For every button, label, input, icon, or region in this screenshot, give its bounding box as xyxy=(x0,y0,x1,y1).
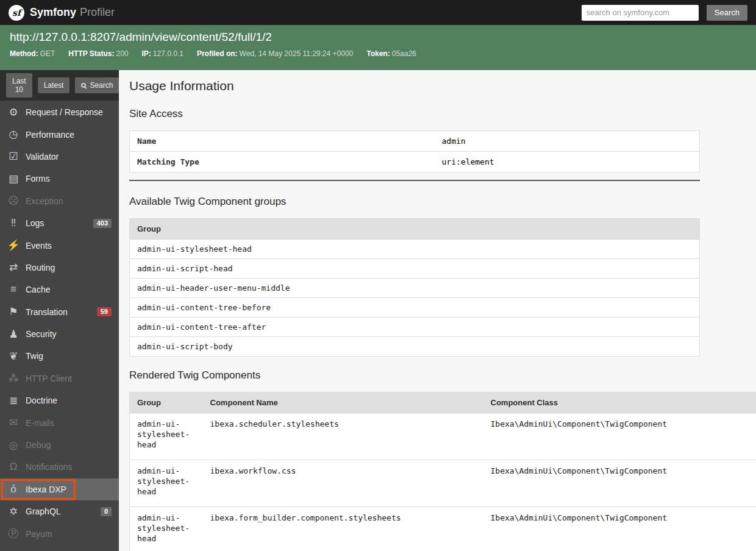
sidebar-item-badge: 59 xyxy=(97,307,112,316)
request-url-link[interactable]: http://127.0.0.1:8207/admin/view/content… xyxy=(10,30,272,44)
group-cell: admin-ui-stylesheet-head xyxy=(130,240,700,259)
sidebar-item-events[interactable]: ⚡ Events xyxy=(0,234,119,256)
meta-label: Profiled on: xyxy=(197,49,238,58)
site-access-heading: Site Access xyxy=(129,108,756,120)
sidebar-toolbar: Last 10 Latest Search xyxy=(0,70,119,101)
component-name-cell: ibexa.scheduler.stylesheets xyxy=(203,413,483,460)
gears-icon: ⚙ xyxy=(6,106,21,119)
symfony-search-button[interactable]: Search xyxy=(707,5,747,21)
ibexa-icon: ỏ xyxy=(6,483,21,496)
signpost-icon: ⇄ xyxy=(6,261,21,274)
layers-icon: ≡ xyxy=(6,283,21,296)
request-meta-item: Profiled on:Wed, 14 May 2025 11:29:24 +0… xyxy=(197,49,353,58)
log-book-icon: ‼ xyxy=(6,217,21,229)
clipboard-icon: ▤ xyxy=(6,172,21,185)
sidebar-item-validator[interactable]: ☑ Validator xyxy=(0,146,119,168)
sidebar-item-label: Routing xyxy=(26,263,112,272)
sidebar-item-label: Debug xyxy=(26,440,112,450)
sidebar-item-doctrine[interactable]: ≣ Doctrine xyxy=(0,389,119,411)
sidebar-button-latest[interactable]: Latest xyxy=(38,77,70,93)
bell-icon: Ω xyxy=(6,461,21,473)
sidebar-item-label: Performance xyxy=(26,130,112,140)
table-row: admin-ui-content-tree-before xyxy=(130,298,700,318)
sidebar-item-routing[interactable]: ⇄ Routing xyxy=(0,257,119,279)
row-label: Matching Type xyxy=(130,152,435,172)
section-divider xyxy=(129,180,700,181)
group-cell: admin-ui-header-user-menu-middle xyxy=(130,279,700,298)
sidebar-item-translation[interactable]: ⚑ Translation 59 xyxy=(0,301,119,323)
component-class-cell: Ibexa\AdminUi\Component\TwigComponent xyxy=(483,460,756,507)
table-row: admin-ui-stylesheet-head xyxy=(130,240,700,259)
group-cell: admin-ui-stylesheet-head xyxy=(130,507,203,551)
sidebar-item-request-response[interactable]: ⚙ Request / Response xyxy=(0,101,119,123)
symfony-logo-icon: sf xyxy=(9,5,24,21)
groups-table: Group admin-ui-stylesheet-head admin-ui-… xyxy=(129,218,700,357)
sidebar-item-cache[interactable]: ≡ Cache xyxy=(0,279,119,300)
broadcast-icon: ⚡ xyxy=(6,239,21,252)
sidebar-item-label: Logs xyxy=(26,218,93,228)
sidebar-item-label: Translation xyxy=(26,307,97,317)
sidebar-item-twig[interactable]: ❦ Twig xyxy=(0,345,119,367)
sidebar-item-notifications[interactable]: Ω Notifications xyxy=(0,456,119,478)
sidebar-item-label: Ibexa DXP xyxy=(26,485,112,494)
rendered-column-class: Component Class xyxy=(483,393,756,413)
component-class-cell: Ibexa\AdminUi\Component\TwigComponent xyxy=(483,507,756,551)
sidebar-item-exception[interactable]: ☹ Exception xyxy=(0,190,119,212)
sidebar-item-debug[interactable]: ◎ Debug xyxy=(0,434,119,456)
sidebar-item-ibexa-dxp[interactable]: ỏ Ibexa DXP xyxy=(0,478,119,500)
sidebar-item-badge: 403 xyxy=(93,219,112,228)
target-icon: ◎ xyxy=(6,439,21,452)
group-cell: admin-ui-content-tree-after xyxy=(130,318,700,337)
request-meta-item: IP:127.0.0.1 xyxy=(141,49,183,58)
sidebar-item-label: HTTP Client xyxy=(26,374,112,383)
sidebar-item-http-client[interactable]: ⁂ HTTP Client xyxy=(0,368,119,389)
meta-label: HTTP Status: xyxy=(68,49,114,58)
sidebar-item-e-mails[interactable]: ✉ E-mails xyxy=(0,411,119,433)
component-name-cell: ibexa.workflow.css xyxy=(203,460,483,507)
meta-value: Wed, 14 May 2025 11:29:24 +0000 xyxy=(240,49,354,58)
sidebar-item-label: Events xyxy=(26,241,112,251)
meta-value: 127.0.0.1 xyxy=(153,49,184,58)
request-meta-row: Method:GET HTTP Status:200 IP:127.0.0.1 … xyxy=(10,49,746,58)
sidebar-item-forms[interactable]: ▤ Forms xyxy=(0,168,119,190)
group-cell: admin-ui-script-head xyxy=(130,259,700,279)
ghost-icon: ☹ xyxy=(6,194,21,207)
symfony-search-input[interactable] xyxy=(582,5,699,21)
group-cell: admin-ui-stylesheet-head xyxy=(130,413,203,460)
sidebar-button-last-10[interactable]: Last 10 xyxy=(6,73,32,98)
sidebar-toolbar-button-label: Last 10 xyxy=(12,77,26,94)
sidebar-item-logs[interactable]: ‼ Logs 403 xyxy=(0,212,119,234)
sidebar-item-label: Validator xyxy=(26,152,112,162)
page-title: Usage Information xyxy=(129,79,756,93)
sidebar-item-graphql[interactable]: ✡ GraphQL 0 xyxy=(0,500,119,522)
sidebar-button-search[interactable]: Search xyxy=(75,77,119,93)
table-row: admin-ui-content-tree-after xyxy=(130,318,700,337)
sidebar-item-label: Forms xyxy=(26,174,112,183)
sidebar-item-label: Cache xyxy=(26,285,112,294)
magnifier-icon xyxy=(81,83,86,88)
meta-label: Token: xyxy=(366,49,390,58)
table-row: admin-ui-stylesheet-head ibexa.form_buil… xyxy=(130,507,756,551)
component-class-cell: Ibexa\AdminUi\Component\TwigComponent xyxy=(483,413,756,460)
sidebar-item-label: Doctrine xyxy=(26,396,112,405)
main-panel: Usage Information Site Access Name admin… xyxy=(119,70,756,551)
rendered-column-group: Group xyxy=(130,393,203,413)
sidebar-item-performance[interactable]: ◷ Performance xyxy=(0,123,119,145)
database-icon: ≣ xyxy=(6,394,21,407)
site-access-table: Name admin Matching Type uri:element xyxy=(129,130,700,172)
row-value: uri:element xyxy=(435,152,700,172)
envelope-icon: ✉ xyxy=(6,416,21,429)
sidebar-item-label: Payum xyxy=(26,529,112,539)
sidebar-item-security[interactable]: ♟ Security xyxy=(0,323,119,345)
rendered-heading: Rendered Twig Components xyxy=(129,369,756,382)
sidebar-item-payum[interactable]: Ⓟ Payum xyxy=(0,522,119,544)
brand-subtitle: Profiler xyxy=(80,6,115,19)
table-row: admin-ui-script-body xyxy=(130,337,700,357)
table-row: Name admin xyxy=(130,131,700,152)
group-cell: admin-ui-script-body xyxy=(130,337,700,357)
meta-value: 05aa26 xyxy=(392,49,416,58)
group-cell: admin-ui-content-tree-before xyxy=(130,298,700,318)
twig-icon: ❦ xyxy=(6,350,21,363)
table-row: Matching Type uri:element xyxy=(130,152,700,172)
payum-icon: Ⓟ xyxy=(6,527,21,541)
